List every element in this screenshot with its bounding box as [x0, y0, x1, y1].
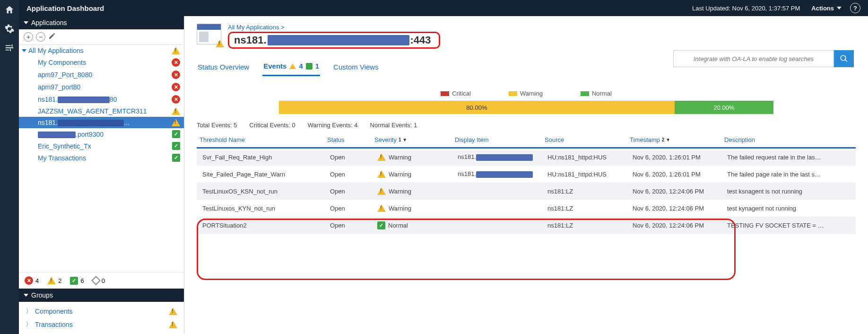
table-header: Threshold Name Status Severity1 ▼ Displa…	[197, 132, 856, 149]
main-area: Application Dashboard Last Updated: Nov …	[19, 0, 868, 334]
tree-item[interactable]: Eric_Synthetic_Tx ✓	[19, 140, 184, 152]
critical-icon: ✕	[172, 83, 180, 91]
tree-item[interactable]: .port9300 ✓	[19, 128, 184, 140]
cell-status: Open	[327, 205, 374, 212]
tab-events[interactable]: Events 4 1	[262, 59, 320, 76]
chevron-right-icon: 〉	[26, 307, 32, 316]
breadcrumb[interactable]: All My Applications >	[228, 24, 440, 31]
cell-description: The failed request rate in the las…	[724, 154, 853, 161]
tree-item[interactable]: ns181.80 ✕	[19, 93, 184, 105]
bar-warning-segment: 80.00%	[279, 101, 675, 114]
col-status[interactable]: Status	[324, 132, 372, 147]
normal-icon	[306, 63, 312, 70]
expand-icon	[22, 49, 26, 52]
page-title: Application Dashboard	[26, 4, 104, 12]
actions-dropdown[interactable]: Actions	[811, 5, 842, 12]
gears-icon[interactable]	[3, 23, 16, 35]
tab-status-overview[interactable]: Status Overview	[197, 59, 250, 76]
warning-icon	[47, 277, 56, 284]
groups-list: 〉 Components 〉 Transactions	[19, 302, 184, 334]
warning-icon	[377, 204, 386, 212]
applications-toolbar: + −	[19, 29, 184, 45]
legend-warning-swatch	[509, 91, 517, 96]
cell-status: Open	[327, 222, 374, 229]
legend-critical-swatch	[441, 91, 449, 96]
tree-item[interactable]: apm97_Port_8080 ✕	[19, 69, 184, 81]
warning-icon	[377, 170, 386, 178]
critical-icon: ✕	[25, 276, 33, 285]
cell-severity: Warning	[374, 170, 455, 178]
tab-custom-views[interactable]: Custom Views	[332, 59, 380, 76]
help-icon[interactable]: ?	[850, 3, 860, 13]
home-icon[interactable]	[3, 4, 16, 16]
warning-icon	[169, 321, 177, 328]
cell-source: ns181:LZ	[545, 205, 630, 212]
table-row[interactable]: Svr_Fail_Req_Rate_HighOpen Warningns181.…	[197, 149, 856, 166]
top-bar: Application Dashboard Last Updated: Nov …	[19, 0, 868, 16]
cell-severity: ✓ Normal	[374, 221, 455, 229]
normal-icon: ✓	[172, 142, 180, 150]
warning-icon	[172, 107, 180, 115]
search-row	[673, 50, 854, 67]
col-display-item[interactable]: Display Item	[452, 132, 542, 147]
tree-item[interactable]: My Transactions ✓	[19, 152, 184, 164]
sidebar: Applications + − All My Applications My …	[19, 16, 184, 334]
workspace: All My Applications > ns181. :443 Status…	[184, 16, 868, 334]
unknown-icon	[91, 276, 101, 285]
tree-item-selected[interactable]: ns181....	[19, 117, 184, 128]
edit-icon[interactable]	[48, 32, 56, 42]
warning-icon	[377, 153, 386, 161]
table-row[interactable]: PORTSituation2Open✓ Normalns181:LZNov 6,…	[197, 217, 856, 234]
sliders-icon[interactable]	[3, 42, 16, 54]
col-timestamp[interactable]: Timestamp2 ▼	[627, 132, 721, 147]
table-row[interactable]: TestLinuxOS_KSN_not_runOpen Warningns181…	[197, 183, 856, 200]
cell-display: ns181.	[455, 153, 545, 161]
col-severity[interactable]: Severity1 ▼	[372, 132, 452, 147]
warning-icon	[169, 308, 177, 315]
status-counts: ✕4 2 ✓6 0	[19, 272, 184, 289]
search-button[interactable]	[834, 50, 854, 67]
cell-description: test ksnagent is not running	[724, 188, 853, 195]
normal-icon: ✓	[172, 130, 180, 138]
cell-description: TESTING FV SOCKET STATE = …	[724, 222, 853, 229]
cell-timestamp: Nov 6, 2020, 12:24:06 PM	[630, 222, 724, 229]
warning-icon	[289, 63, 296, 69]
cell-timestamp: Nov 6, 2020, 12:24:06 PM	[630, 188, 724, 195]
applications-section-header[interactable]: Applications	[19, 16, 184, 29]
remove-button[interactable]: −	[36, 32, 45, 42]
chevron-down-icon	[837, 7, 842, 9]
cell-severity: Warning	[374, 204, 455, 212]
warning-icon	[377, 187, 386, 195]
critical-icon: ✕	[172, 58, 180, 67]
groups-section-header[interactable]: Groups	[19, 289, 184, 302]
search-input[interactable]	[673, 50, 834, 67]
table-row[interactable]: TestLinuxos_KYN_not_runOpen Warningns181…	[197, 200, 856, 217]
chevron-down-icon	[24, 294, 28, 297]
col-description[interactable]: Description	[721, 132, 856, 147]
normal-icon: ✓	[70, 277, 78, 285]
cell-timestamp: Nov 6, 2020, 1:26:01 PM	[630, 154, 724, 161]
cell-threshold: Svr_Fail_Req_Rate_High	[200, 154, 327, 161]
cell-source: HU:ns181_httpd:HUS	[545, 154, 630, 161]
table-row[interactable]: Site_Failed_Page_Rate_WarnOpen Warningns…	[197, 166, 856, 183]
col-source[interactable]: Source	[542, 132, 627, 147]
content-row: Applications + − All My Applications My …	[19, 16, 868, 334]
cell-display: ns181.	[455, 170, 545, 178]
cell-threshold: TestLinuxOS_KSN_not_run	[200, 188, 327, 195]
cell-source: ns181:LZ	[545, 222, 630, 229]
col-threshold[interactable]: Threshold Name	[197, 132, 324, 147]
group-item[interactable]: 〉 Transactions	[19, 318, 184, 331]
event-totals: Total Events: 5 Critical Events: 0 Warni…	[197, 122, 856, 129]
events-table: Threshold Name Status Severity1 ▼ Displa…	[197, 132, 856, 234]
tree-item[interactable]: My Components ✕	[19, 56, 184, 69]
cell-status: Open	[327, 188, 374, 195]
cell-description: The failed page rate in the last s…	[724, 171, 853, 178]
cell-status: Open	[327, 171, 374, 178]
tree-item[interactable]: JAZZSM_WAS_AGENT_EMTCR311	[19, 105, 184, 117]
critical-icon: ✕	[172, 70, 180, 79]
tree-root[interactable]: All My Applications	[19, 45, 184, 56]
app-title-highlight: ns181. :443	[228, 32, 440, 49]
tree-item[interactable]: apm97_port80 ✕	[19, 81, 184, 93]
add-button[interactable]: +	[24, 32, 33, 42]
group-item[interactable]: 〉 Components	[19, 305, 184, 318]
